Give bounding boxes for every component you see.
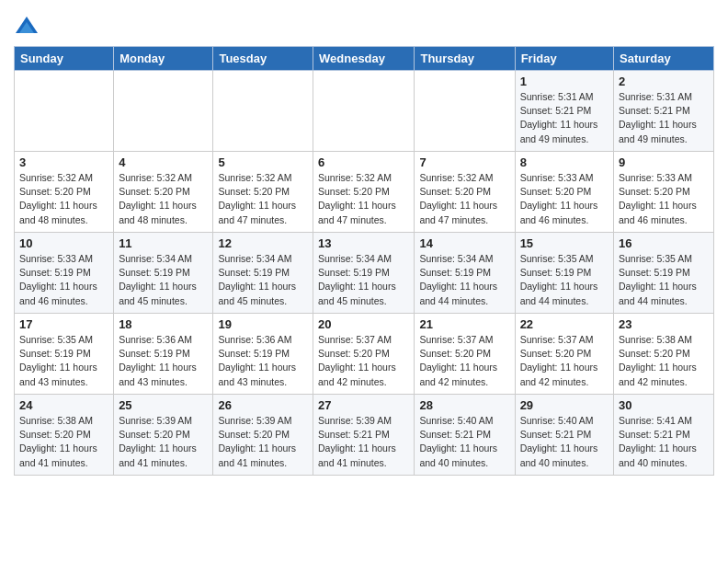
day-info: Sunrise: 5:37 AM Sunset: 5:20 PM Dayligh…: [318, 333, 409, 389]
day-info: Sunrise: 5:32 AM Sunset: 5:20 PM Dayligh…: [419, 171, 509, 227]
calendar-cell: 11Sunrise: 5:34 AM Sunset: 5:19 PM Dayli…: [114, 233, 213, 314]
day-number: 14: [419, 236, 509, 250]
day-info: Sunrise: 5:31 AM Sunset: 5:21 PM Dayligh…: [619, 90, 709, 146]
day-info: Sunrise: 5:36 AM Sunset: 5:19 PM Dayligh…: [119, 333, 208, 389]
day-info: Sunrise: 5:41 AM Sunset: 5:21 PM Dayligh…: [619, 414, 709, 470]
day-info: Sunrise: 5:33 AM Sunset: 5:19 PM Dayligh…: [19, 252, 108, 308]
calendar-cell: 30Sunrise: 5:41 AM Sunset: 5:21 PM Dayli…: [614, 395, 714, 476]
logo-icon: [14, 15, 40, 40]
calendar-week-row: 17Sunrise: 5:35 AM Sunset: 5:19 PM Dayli…: [15, 314, 714, 395]
calendar-cell: 9Sunrise: 5:33 AM Sunset: 5:20 PM Daylig…: [614, 152, 714, 233]
calendar-cell: 27Sunrise: 5:39 AM Sunset: 5:21 PM Dayli…: [313, 395, 415, 476]
day-info: Sunrise: 5:39 AM Sunset: 5:20 PM Dayligh…: [119, 414, 208, 470]
day-info: Sunrise: 5:38 AM Sunset: 5:20 PM Dayligh…: [19, 414, 108, 470]
day-number: 1: [520, 75, 609, 88]
day-number: 29: [520, 398, 609, 412]
day-info: Sunrise: 5:39 AM Sunset: 5:20 PM Dayligh…: [218, 414, 308, 470]
calendar-cell: 16Sunrise: 5:35 AM Sunset: 5:19 PM Dayli…: [614, 233, 714, 314]
weekday-header-wednesday: Wednesday: [313, 47, 415, 71]
day-number: 18: [119, 317, 208, 331]
calendar-cell: 25Sunrise: 5:39 AM Sunset: 5:20 PM Dayli…: [114, 395, 213, 476]
day-number: 10: [19, 236, 108, 250]
calendar-cell: 21Sunrise: 5:37 AM Sunset: 5:20 PM Dayli…: [415, 314, 515, 395]
calendar-week-row: 24Sunrise: 5:38 AM Sunset: 5:20 PM Dayli…: [15, 395, 714, 476]
calendar-cell: [114, 71, 213, 152]
day-number: 27: [318, 398, 409, 412]
day-info: Sunrise: 5:37 AM Sunset: 5:20 PM Dayligh…: [419, 333, 509, 389]
day-info: Sunrise: 5:34 AM Sunset: 5:19 PM Dayligh…: [119, 252, 208, 308]
day-info: Sunrise: 5:32 AM Sunset: 5:20 PM Dayligh…: [218, 171, 308, 227]
calendar-cell: 14Sunrise: 5:34 AM Sunset: 5:19 PM Dayli…: [415, 233, 515, 314]
day-number: 11: [119, 236, 208, 250]
calendar-cell: 10Sunrise: 5:33 AM Sunset: 5:19 PM Dayli…: [15, 233, 114, 314]
day-number: 9: [619, 155, 709, 169]
day-number: 26: [218, 398, 308, 412]
calendar-cell: 22Sunrise: 5:37 AM Sunset: 5:20 PM Dayli…: [515, 314, 613, 395]
day-number: 12: [218, 236, 308, 250]
day-number: 7: [419, 155, 509, 169]
day-number: 3: [19, 155, 108, 169]
day-number: 8: [520, 155, 609, 169]
calendar-cell: 5Sunrise: 5:32 AM Sunset: 5:20 PM Daylig…: [213, 152, 313, 233]
day-info: Sunrise: 5:40 AM Sunset: 5:21 PM Dayligh…: [419, 414, 509, 470]
calendar-cell: 3Sunrise: 5:32 AM Sunset: 5:20 PM Daylig…: [15, 152, 114, 233]
calendar-cell: [15, 71, 114, 152]
calendar-cell: 8Sunrise: 5:33 AM Sunset: 5:20 PM Daylig…: [515, 152, 613, 233]
calendar: SundayMondayTuesdayWednesdayThursdayFrid…: [14, 46, 714, 476]
day-info: Sunrise: 5:32 AM Sunset: 5:20 PM Dayligh…: [19, 171, 108, 227]
calendar-cell: 6Sunrise: 5:32 AM Sunset: 5:20 PM Daylig…: [313, 152, 415, 233]
calendar-cell: 18Sunrise: 5:36 AM Sunset: 5:19 PM Dayli…: [114, 314, 213, 395]
weekday-header-thursday: Thursday: [415, 47, 515, 71]
calendar-cell: 13Sunrise: 5:34 AM Sunset: 5:19 PM Dayli…: [313, 233, 415, 314]
day-number: 13: [318, 236, 409, 250]
day-number: 30: [619, 398, 709, 412]
day-number: 4: [119, 155, 208, 169]
calendar-cell: 15Sunrise: 5:35 AM Sunset: 5:19 PM Dayli…: [515, 233, 613, 314]
day-number: 15: [520, 236, 609, 250]
day-number: 20: [318, 317, 409, 331]
day-info: Sunrise: 5:35 AM Sunset: 5:19 PM Dayligh…: [520, 252, 609, 308]
day-info: Sunrise: 5:32 AM Sunset: 5:20 PM Dayligh…: [318, 171, 409, 227]
day-number: 17: [19, 317, 108, 331]
day-number: 6: [318, 155, 409, 169]
calendar-cell: 4Sunrise: 5:32 AM Sunset: 5:20 PM Daylig…: [114, 152, 213, 233]
day-number: 24: [19, 398, 108, 412]
logo: [14, 15, 43, 40]
day-number: 21: [419, 317, 509, 331]
day-info: Sunrise: 5:32 AM Sunset: 5:20 PM Dayligh…: [119, 171, 208, 227]
calendar-cell: 23Sunrise: 5:38 AM Sunset: 5:20 PM Dayli…: [614, 314, 714, 395]
day-info: Sunrise: 5:35 AM Sunset: 5:19 PM Dayligh…: [619, 252, 709, 308]
calendar-cell: 29Sunrise: 5:40 AM Sunset: 5:21 PM Dayli…: [515, 395, 613, 476]
day-number: 25: [119, 398, 208, 412]
day-info: Sunrise: 5:33 AM Sunset: 5:20 PM Dayligh…: [520, 171, 609, 227]
day-number: 2: [619, 75, 709, 88]
weekday-header-sunday: Sunday: [15, 47, 114, 71]
calendar-cell: [313, 71, 415, 152]
day-number: 22: [520, 317, 609, 331]
calendar-cell: [213, 71, 313, 152]
calendar-cell: 12Sunrise: 5:34 AM Sunset: 5:19 PM Dayli…: [213, 233, 313, 314]
day-number: 28: [419, 398, 509, 412]
day-info: Sunrise: 5:40 AM Sunset: 5:21 PM Dayligh…: [520, 414, 609, 470]
calendar-cell: 24Sunrise: 5:38 AM Sunset: 5:20 PM Dayli…: [15, 395, 114, 476]
day-info: Sunrise: 5:36 AM Sunset: 5:19 PM Dayligh…: [218, 333, 308, 389]
day-info: Sunrise: 5:34 AM Sunset: 5:19 PM Dayligh…: [318, 252, 409, 308]
day-info: Sunrise: 5:34 AM Sunset: 5:19 PM Dayligh…: [218, 252, 308, 308]
calendar-cell: 7Sunrise: 5:32 AM Sunset: 5:20 PM Daylig…: [415, 152, 515, 233]
day-info: Sunrise: 5:33 AM Sunset: 5:20 PM Dayligh…: [619, 171, 709, 227]
page: SundayMondayTuesdayWednesdayThursdayFrid…: [0, 0, 728, 489]
calendar-cell: 26Sunrise: 5:39 AM Sunset: 5:20 PM Dayli…: [213, 395, 313, 476]
calendar-cell: [415, 71, 515, 152]
day-info: Sunrise: 5:37 AM Sunset: 5:20 PM Dayligh…: [520, 333, 609, 389]
calendar-week-row: 10Sunrise: 5:33 AM Sunset: 5:19 PM Dayli…: [15, 233, 714, 314]
calendar-cell: 20Sunrise: 5:37 AM Sunset: 5:20 PM Dayli…: [313, 314, 415, 395]
day-info: Sunrise: 5:31 AM Sunset: 5:21 PM Dayligh…: [520, 90, 609, 146]
calendar-week-row: 3Sunrise: 5:32 AM Sunset: 5:20 PM Daylig…: [15, 152, 714, 233]
calendar-cell: 28Sunrise: 5:40 AM Sunset: 5:21 PM Dayli…: [415, 395, 515, 476]
calendar-week-row: 1Sunrise: 5:31 AM Sunset: 5:21 PM Daylig…: [15, 71, 714, 152]
day-number: 23: [619, 317, 709, 331]
day-info: Sunrise: 5:38 AM Sunset: 5:20 PM Dayligh…: [619, 333, 709, 389]
calendar-cell: 2Sunrise: 5:31 AM Sunset: 5:21 PM Daylig…: [614, 71, 714, 152]
calendar-cell: 17Sunrise: 5:35 AM Sunset: 5:19 PM Dayli…: [15, 314, 114, 395]
calendar-cell: 19Sunrise: 5:36 AM Sunset: 5:19 PM Dayli…: [213, 314, 313, 395]
